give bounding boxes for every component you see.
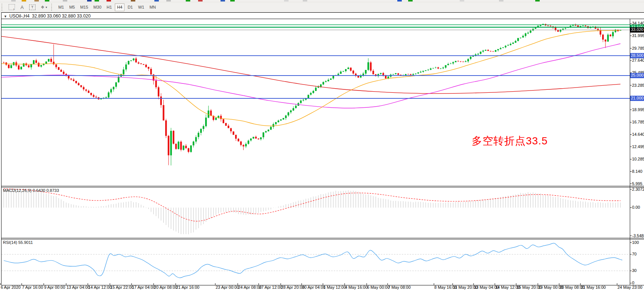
price-badge-label: 21.000 bbox=[631, 96, 644, 100]
price-tick-label: 16.785 bbox=[632, 120, 644, 124]
tool-shapes-button[interactable]: ❖ ▾ bbox=[38, 3, 49, 11]
candle-body bbox=[502, 48, 504, 48]
candle-body bbox=[230, 128, 232, 131]
candle-body bbox=[460, 61, 461, 62]
macd-indicator-label: MACD(12,26,9) 0.6430 0.8733 bbox=[3, 188, 59, 193]
one-click-trading-arrow[interactable]: ▼ bbox=[4, 15, 7, 18]
candle-body bbox=[443, 68, 444, 68]
candle-body bbox=[430, 68, 431, 70]
dropdown-caret-icon: ▾ bbox=[46, 6, 47, 9]
trading-platform-window: F A T ❖ ▾ M1M5M15M30H1H4D1W1MN 34.14031.… bbox=[0, 0, 644, 294]
tool-text-label-button[interactable]: A bbox=[18, 3, 26, 11]
toolbar-icon-fragment bbox=[230, 0, 235, 1]
candle-body bbox=[435, 68, 436, 68]
ohlc-readout: 32.890 33.060 32.880 33.020 bbox=[32, 13, 91, 19]
timeframe-button-m15[interactable]: M15 bbox=[78, 3, 90, 11]
candle-body bbox=[238, 139, 239, 141]
shapes-tool-icon: ❖ bbox=[41, 5, 44, 10]
timeframe-button-mn[interactable]: MN bbox=[147, 3, 158, 11]
toolbar-icon-fragment bbox=[63, 0, 67, 1]
toolbar-grip-2[interactable] bbox=[51, 4, 54, 11]
candle-body bbox=[470, 57, 471, 59]
candle-body bbox=[140, 64, 142, 64]
candle-body bbox=[232, 131, 234, 135]
candle-body bbox=[245, 144, 247, 147]
time-tick-label: 1 May 12:00 bbox=[323, 285, 346, 290]
candle-body bbox=[345, 69, 346, 71]
candle-body bbox=[287, 112, 289, 115]
candle-body bbox=[407, 74, 409, 74]
candle-body bbox=[135, 58, 137, 62]
timeframe-button-m5[interactable]: M5 bbox=[67, 3, 77, 11]
candle-body bbox=[10, 65, 12, 68]
macd-tick-label: 0.00 bbox=[632, 205, 640, 209]
macd-panel[interactable] bbox=[4, 189, 620, 234]
candle-body bbox=[517, 38, 519, 41]
candle-body bbox=[125, 64, 127, 69]
candle-body bbox=[432, 68, 434, 68]
timeframe-group: M1M5M15M30H1H4D1W1MN bbox=[56, 3, 158, 11]
candle-body bbox=[158, 87, 159, 96]
timeframe-button-w1[interactable]: W1 bbox=[136, 3, 147, 11]
candle-body bbox=[462, 62, 464, 62]
candle-body bbox=[63, 72, 64, 74]
candle-body bbox=[342, 71, 344, 72]
candle-body bbox=[160, 97, 162, 105]
candle-body bbox=[607, 35, 608, 42]
toolbar-icon-fragment bbox=[22, 0, 26, 1]
candle-body bbox=[50, 59, 52, 62]
candle-body bbox=[48, 59, 49, 62]
ma-fast-orange bbox=[1, 30, 620, 126]
rsi-indicator-label: RSI(14) 55.9011 bbox=[3, 240, 33, 245]
price-tick-label: 27.640 bbox=[632, 58, 644, 62]
candle-body bbox=[265, 131, 266, 132]
candle-body bbox=[340, 71, 342, 74]
timeframe-button-h1[interactable]: H1 bbox=[104, 3, 114, 11]
candle-body bbox=[392, 74, 394, 74]
tool-crosshair-grid-button[interactable]: F bbox=[6, 3, 17, 11]
chart-title: ▼USOil-,H4 32.890 33.060 32.880 33.020 bbox=[4, 13, 90, 19]
timeframe-button-m1[interactable]: M1 bbox=[56, 3, 66, 11]
candle-body bbox=[108, 92, 109, 97]
macd-tick-label: 2.3072 bbox=[632, 187, 644, 192]
candle-body bbox=[243, 145, 244, 147]
price-tick-label: 5.995 bbox=[632, 181, 643, 186]
rsi-panel[interactable] bbox=[1, 243, 630, 278]
candle-body bbox=[605, 40, 606, 42]
candle-body bbox=[495, 50, 496, 52]
candle-body bbox=[198, 133, 199, 137]
candle-body bbox=[350, 68, 351, 71]
candle-body bbox=[205, 117, 207, 126]
candle-body bbox=[497, 49, 499, 50]
time-tick-label: 27 Apr 12:00 bbox=[259, 285, 282, 290]
time-tick-label: 24 May 23:00 bbox=[617, 285, 643, 290]
candle-body bbox=[28, 65, 30, 67]
candle-body bbox=[138, 62, 139, 64]
toolbar-icon-fragment bbox=[34, 0, 39, 1]
candle-body bbox=[150, 69, 152, 74]
candle-body bbox=[130, 60, 132, 61]
candle-body bbox=[507, 45, 509, 46]
toolbar-icon-fragment bbox=[166, 0, 171, 1]
toolbar-grip[interactable] bbox=[1, 4, 4, 11]
toolbar-icon-fragment bbox=[107, 0, 111, 1]
candle-body bbox=[425, 70, 426, 71]
candle-body bbox=[203, 126, 204, 129]
candle-body bbox=[550, 26, 551, 26]
candle-body bbox=[295, 106, 296, 108]
time-tick-label: 15 Apr 22:00 bbox=[110, 285, 133, 290]
candle-body bbox=[357, 76, 359, 78]
price-tick-label: 29.785 bbox=[632, 46, 644, 50]
toolbar-icon-fragment bbox=[198, 0, 203, 1]
candle-body bbox=[90, 93, 92, 95]
time-tick-label: 14 Apr 12:00 bbox=[88, 285, 111, 290]
tool-text-box-button[interactable]: T bbox=[27, 3, 38, 11]
candle-body bbox=[452, 62, 454, 63]
candle-body bbox=[45, 62, 47, 64]
timeframe-button-d1[interactable]: D1 bbox=[125, 3, 135, 11]
timeframe-button-h4[interactable]: H4 bbox=[115, 3, 124, 11]
candle-body bbox=[95, 97, 97, 98]
candle-body bbox=[148, 67, 149, 69]
timeframe-button-m30[interactable]: M30 bbox=[91, 3, 104, 11]
candle-body bbox=[185, 146, 187, 148]
